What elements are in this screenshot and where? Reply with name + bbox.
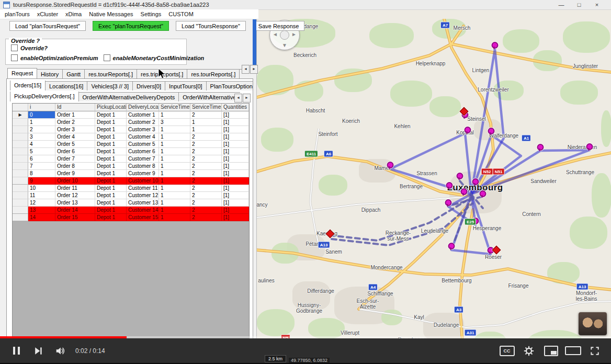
row-selector[interactable] <box>13 192 28 199</box>
table-cell[interactable]: 1 <box>159 126 190 133</box>
pause-button[interactable] <box>5 340 27 361</box>
table-cell[interactable]: 4 <box>28 141 55 148</box>
table-cell[interactable]: Depot 1 <box>95 141 127 148</box>
row-selector[interactable] <box>13 133 28 141</box>
table-cell[interactable]: Customer 6 <box>127 148 159 155</box>
table-cell[interactable]: Customer 12 <box>127 192 159 199</box>
tab-gantt[interactable]: Gantt <box>62 69 85 78</box>
tab-history[interactable]: History <box>37 69 63 78</box>
table-cell[interactable]: 1 <box>159 185 190 192</box>
table-cell[interactable]: [1] <box>222 111 249 119</box>
table-cell[interactable]: Order 3 <box>55 126 95 133</box>
table-cell[interactable]: Customer 11 <box>127 185 159 192</box>
table-cell[interactable]: Order 5 <box>55 141 95 148</box>
table-cell[interactable]: 3 <box>159 119 190 126</box>
table-row[interactable]: 9Order 10Depot 1Customer 1012[1] <box>13 177 249 185</box>
table-cell[interactable]: 1 <box>190 119 222 126</box>
tab-scroll-right-button[interactable]: ► <box>250 65 258 74</box>
table-cell[interactable]: Depot 1 <box>95 111 127 119</box>
toolbar-button-load-plantoursrequest[interactable]: Load "planToursRequest" <box>9 21 86 31</box>
column-header-quantities[interactable]: Quantities <box>222 104 249 111</box>
table-cell[interactable]: [1] <box>222 119 249 126</box>
table-cell[interactable]: [1] <box>222 207 249 214</box>
tab-request[interactable]: Request <box>7 68 37 78</box>
table-cell[interactable]: Customer 7 <box>127 155 159 163</box>
table-row[interactable]: 5Order 6Depot 1Customer 612[1] <box>13 148 249 155</box>
table-cell[interactable]: 11 <box>28 192 55 199</box>
column-header-id[interactable]: Id <box>55 104 95 111</box>
table-cell[interactable]: Order 13 <box>55 199 95 207</box>
table-cell[interactable]: Depot 1 <box>95 119 127 126</box>
tab-scroll-left-button[interactable]: ◄ <box>234 94 242 103</box>
toolbar-button-load-toursresponse[interactable]: Load "ToursResponse" <box>176 21 246 31</box>
row-selector[interactable] <box>13 170 28 177</box>
tab-plantoursoptions-maybe-incomplete[interactable]: PlanToursOptions (maybe incomplete!) <box>206 81 253 90</box>
miniplayer-button[interactable] <box>540 340 562 361</box>
table-cell[interactable]: Order 11 <box>55 185 95 192</box>
row-selector[interactable] <box>13 126 28 133</box>
table-cell[interactable]: 2 <box>190 207 222 214</box>
tab-vehicles-3-3[interactable]: Vehicles[3 // 3] <box>87 81 133 90</box>
table-cell[interactable]: Depot 1 <box>95 192 127 199</box>
table-cell[interactable]: 1 <box>159 214 190 221</box>
table-cell[interactable]: 2 <box>190 163 222 170</box>
captions-button[interactable]: CC <box>496 340 518 361</box>
table-cell[interactable]: 1 <box>159 148 190 155</box>
table-cell[interactable]: 2 <box>190 148 222 155</box>
map[interactable]: RedangeMerschBeckerichHelperknappLintgen… <box>256 9 611 364</box>
table-cell[interactable]: Order 4 <box>55 133 95 141</box>
table-cell[interactable]: 2 <box>190 170 222 177</box>
table-cell[interactable]: Customer 13 <box>127 199 159 207</box>
table-cell[interactable]: Customer 3 <box>127 126 159 133</box>
table-cell[interactable]: [1] <box>222 192 249 199</box>
row-selector[interactable] <box>13 199 28 207</box>
minimize-button[interactable]: — <box>552 2 570 8</box>
menu-item-custom[interactable]: CUSTOM <box>165 11 197 17</box>
table-cell[interactable]: Order 7 <box>55 155 95 163</box>
table-cell[interactable]: Depot 1 <box>95 199 127 207</box>
table-cell[interactable]: 12 <box>28 199 55 207</box>
close-button[interactable]: × <box>588 2 606 8</box>
table-cell[interactable]: Order 1 <box>55 111 95 119</box>
checkbox-override[interactable]: Override? <box>11 44 48 51</box>
table-cell[interactable]: Order 6 <box>55 148 95 155</box>
pan-down-icon[interactable]: ▼ <box>282 43 287 48</box>
menu-item-plantours[interactable]: planTours <box>1 11 33 17</box>
table-cell[interactable]: Order 12 <box>55 192 95 199</box>
table-cell[interactable]: Customer 10 <box>127 177 159 185</box>
table-cell[interactable]: 1 <box>159 111 190 119</box>
tab-inputtours-0[interactable]: InputTours[0] <box>165 81 207 90</box>
pan-right-icon[interactable]: ► <box>291 32 297 37</box>
table-cell[interactable]: Order 14 <box>55 207 95 214</box>
table-cell[interactable]: 9 <box>28 177 55 185</box>
table-cell[interactable]: [1] <box>222 148 249 155</box>
tab-res-tourreports[interactable]: res.tourReports[.] <box>187 69 240 78</box>
fullscreen-button[interactable] <box>584 340 606 361</box>
table-cell[interactable]: 1 <box>159 207 190 214</box>
column-header-servicetimefc[interactable]: ServiceTimeFc <box>190 104 222 111</box>
table-cell[interactable]: 2 <box>190 111 222 119</box>
table-cell[interactable]: Order 2 <box>55 119 95 126</box>
table-cell[interactable]: Depot 1 <box>95 185 127 192</box>
table-cell[interactable]: Customer 1 <box>127 111 159 119</box>
table-cell[interactable]: 1 <box>159 192 190 199</box>
row-selector[interactable] <box>13 141 28 148</box>
table-row[interactable]: 2Order 3Depot 1Customer 311[1] <box>13 126 249 133</box>
table-cell[interactable]: Customer 5 <box>127 141 159 148</box>
table-cell[interactable]: Order 9 <box>55 170 95 177</box>
table-cell[interactable]: [1] <box>222 199 249 207</box>
table-cell[interactable]: 2 <box>190 141 222 148</box>
table-cell[interactable]: [1] <box>222 126 249 133</box>
checkbox-enableoptimizationpremium[interactable]: enableOptimizationPremium <box>11 54 98 61</box>
table-cell[interactable]: [1] <box>222 214 249 221</box>
menu-item-xdima[interactable]: xDima <box>62 11 85 17</box>
row-selector[interactable] <box>13 163 28 170</box>
table-cell[interactable]: [1] <box>222 177 249 185</box>
row-selector[interactable] <box>13 155 28 163</box>
table-cell[interactable]: 2 <box>190 192 222 199</box>
table-cell[interactable]: Depot 1 <box>95 133 127 141</box>
table-cell[interactable]: Customer 2 <box>127 119 159 126</box>
table-cell[interactable]: 8 <box>28 170 55 177</box>
table-row[interactable]: 7Order 8Depot 1Customer 812[1] <box>13 163 249 170</box>
table-cell[interactable]: 2 <box>190 133 222 141</box>
